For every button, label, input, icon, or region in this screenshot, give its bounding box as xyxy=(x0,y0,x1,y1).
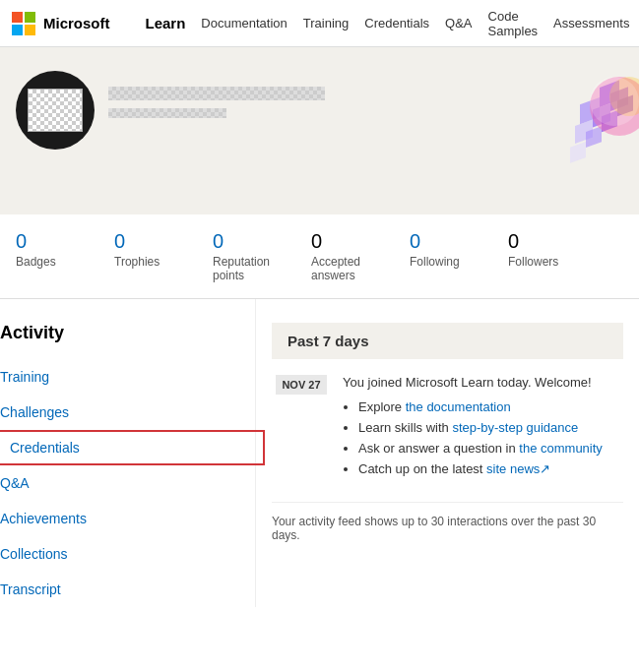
nav-links: Documentation Training Credentials Q&A C… xyxy=(201,9,639,38)
nav-link-credentials[interactable]: Credentials xyxy=(364,16,429,31)
stat-badges: 0 Badges xyxy=(0,230,98,282)
sidebar-item-achievements[interactable]: Achievements xyxy=(0,501,255,536)
stat-followers: 0 Followers xyxy=(492,230,591,282)
stat-reputation-label: Reputationpoints xyxy=(213,255,270,282)
avatar-image xyxy=(28,89,83,132)
stat-reputation-value: 0 xyxy=(213,230,224,253)
sidebar-item-credentials[interactable]: Credentials xyxy=(0,430,265,465)
content-area: Past 7 days NOV 27 You joined Microsoft … xyxy=(256,299,639,607)
sidebar-item-challenges[interactable]: Challenges xyxy=(0,395,255,430)
profile-name-placeholder xyxy=(108,87,325,100)
stat-trophies: 0 Trophies xyxy=(98,230,197,282)
link-site-news[interactable]: site news↗ xyxy=(486,461,550,476)
nav-link-documentation[interactable]: Documentation xyxy=(201,16,287,31)
microsoft-logo-icon xyxy=(12,12,35,35)
svg-point-15 xyxy=(590,77,639,126)
nav-link-assessments[interactable]: Assessments xyxy=(553,16,629,31)
nav-bar: Microsoft Learn Documentation Training C… xyxy=(0,0,639,47)
activity-footer: Your activity feed shows up to 30 intera… xyxy=(272,502,623,542)
stat-accepted-value: 0 xyxy=(311,230,322,253)
brand-label: Microsoft xyxy=(43,15,110,31)
sidebar-title: Activity xyxy=(0,323,255,359)
stat-following-value: 0 xyxy=(410,230,420,253)
list-item: Explore the documentation xyxy=(358,399,603,414)
stat-following: 0 Following xyxy=(394,230,492,282)
svg-rect-0 xyxy=(12,12,23,23)
sidebar-item-transcript[interactable]: Transcript xyxy=(0,572,255,607)
activity-join-text: You joined Microsoft Learn today. Welcom… xyxy=(343,375,603,390)
activity-entry: NOV 27 You joined Microsoft Learn today.… xyxy=(272,375,623,482)
link-community[interactable]: the community xyxy=(519,441,603,456)
activity-period-header: Past 7 days xyxy=(272,323,623,359)
sidebar-item-collections[interactable]: Collections xyxy=(0,536,255,572)
stat-trophies-value: 0 xyxy=(114,230,125,253)
stats-bar: 0 Badges 0 Trophies 0 Reputationpoints 0… xyxy=(0,214,639,299)
svg-rect-2 xyxy=(12,25,23,35)
stat-followers-value: 0 xyxy=(508,230,519,253)
avatar xyxy=(16,71,95,150)
stat-followers-label: Followers xyxy=(508,255,558,269)
main-layout: Activity Training Challenges Credentials… xyxy=(0,299,639,607)
date-badge: NOV 27 xyxy=(276,375,327,395)
stat-trophies-label: Trophies xyxy=(114,255,160,269)
stat-badges-value: 0 xyxy=(16,230,27,253)
link-step-by-step[interactable]: step-by-step guidance xyxy=(452,420,578,435)
stat-following-label: Following xyxy=(410,255,460,269)
decoration-graphic xyxy=(521,47,639,214)
stat-reputation: 0 Reputationpoints xyxy=(197,230,295,282)
nav-link-training[interactable]: Training xyxy=(303,16,349,31)
sidebar: Activity Training Challenges Credentials… xyxy=(0,299,256,607)
stat-accepted: 0 Acceptedanswers xyxy=(295,230,394,282)
activity-details: You joined Microsoft Learn today. Welcom… xyxy=(343,375,603,482)
logo-area: Microsoft xyxy=(12,12,114,35)
list-item: Learn skills with step-by-step guidance xyxy=(358,420,603,435)
stat-badges-label: Badges xyxy=(16,255,56,269)
profile-sub-placeholder xyxy=(108,108,226,118)
sidebar-item-qa[interactable]: Q&A xyxy=(0,465,255,501)
svg-rect-9 xyxy=(570,142,586,163)
svg-rect-3 xyxy=(25,25,35,35)
activity-bullet-list: Explore the documentation Learn skills w… xyxy=(358,399,603,476)
nav-link-code-samples[interactable]: Code Samples xyxy=(488,9,539,38)
sidebar-item-training[interactable]: Training xyxy=(0,359,255,395)
nav-link-qa[interactable]: Q&A xyxy=(445,16,472,31)
list-item: Ask or answer a question in the communit… xyxy=(358,441,603,456)
svg-rect-1 xyxy=(25,12,35,23)
profile-header xyxy=(0,47,639,214)
profile-name-area xyxy=(108,87,325,118)
list-item: Catch up on the latest site news↗ xyxy=(358,461,603,476)
stat-accepted-label: Acceptedanswers xyxy=(311,255,360,282)
link-documentation[interactable]: the documentation xyxy=(406,399,511,414)
learn-label: Learn xyxy=(146,15,186,31)
activity-period-label: Past 7 days xyxy=(288,333,369,349)
